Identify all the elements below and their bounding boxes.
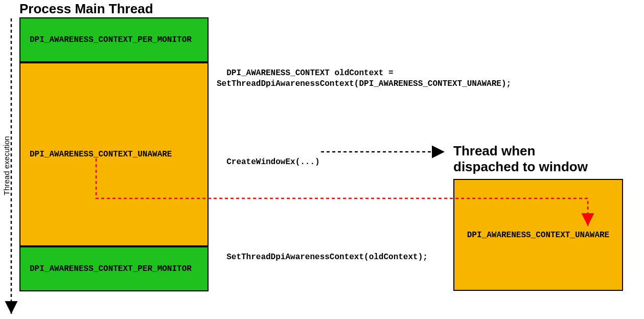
annotation-create-window-text: CreateWindowEx(...)	[226, 157, 319, 167]
top-context-label: DPI_AWARENESS_CONTEXT_PER_MONITOR	[30, 35, 192, 44]
annotation-set-context: DPI_AWARENESS_CONTEXT oldContext = SetTh…	[217, 57, 511, 89]
main-thread-title-text: Process Main Thread	[19, 1, 153, 16]
annotation-restore-context: SetThreadDpiAwarenessContext(oldContext)…	[217, 243, 428, 262]
top-context-box: DPI_AWARENESS_CONTEXT_PER_MONITOR	[19, 17, 209, 62]
right-context-box: DPI_AWARENESS_CONTEXT_UNAWARE	[453, 179, 623, 291]
annotation-set-context-text: DPI_AWARENESS_CONTEXT oldContext = SetTh…	[217, 69, 511, 88]
dispatch-thread-title: Thread when dispached to window	[453, 143, 588, 175]
thread-execution-label-text: Thread execution	[2, 136, 11, 195]
mid-context-label: DPI_AWARENESS_CONTEXT_UNAWARE	[30, 150, 172, 159]
bot-context-label: DPI_AWARENESS_CONTEXT_PER_MONITOR	[30, 264, 192, 274]
main-thread-title: Process Main Thread	[19, 1, 153, 17]
bot-context-box: DPI_AWARENESS_CONTEXT_PER_MONITOR	[19, 246, 209, 291]
annotation-restore-context-text: SetThreadDpiAwarenessContext(oldContext)…	[226, 253, 428, 262]
thread-execution-label: Thread execution	[2, 136, 11, 195]
right-context-label: DPI_AWARENESS_CONTEXT_UNAWARE	[467, 231, 609, 240]
annotation-create-window: CreateWindowEx(...)	[217, 148, 320, 167]
mid-context-box: DPI_AWARENESS_CONTEXT_UNAWARE	[19, 62, 209, 246]
dispatch-thread-title-text: Thread when dispached to window	[453, 143, 588, 174]
